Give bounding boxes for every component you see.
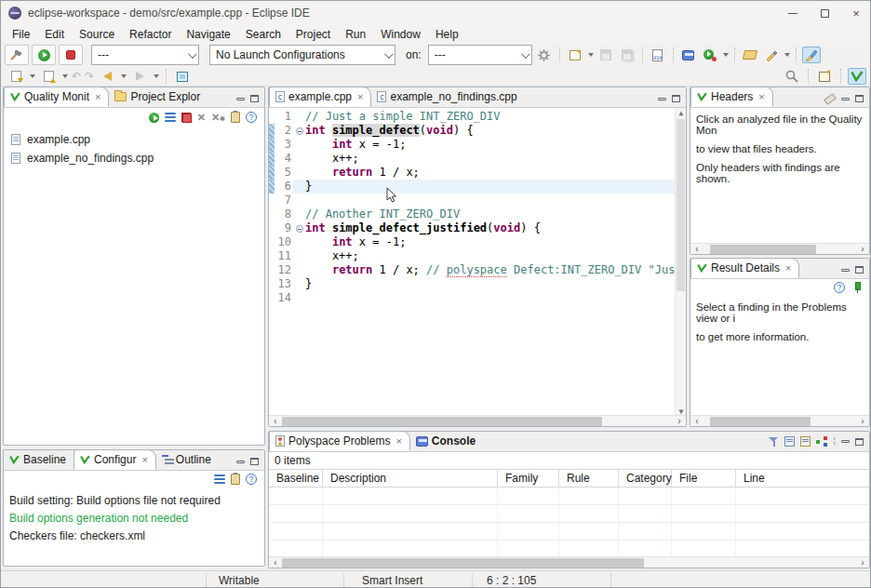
menu-help[interactable]: Help — [428, 26, 466, 43]
code-line[interactable]: 1// Just a simple INT_ZERO_DIV — [269, 110, 686, 124]
file-item[interactable]: example.cpp — [4, 130, 264, 149]
menu-window[interactable]: Window — [373, 26, 428, 43]
filter-icon[interactable] — [769, 436, 779, 447]
open-element-button[interactable] — [741, 47, 759, 63]
chevron-down-icon[interactable] — [723, 53, 729, 57]
chevron-down-icon[interactable] — [784, 53, 790, 57]
chevron-down-icon[interactable] — [121, 74, 127, 78]
launch-config-combo[interactable]: No Launch Configurations — [209, 45, 395, 65]
code-line[interactable]: 13} — [269, 277, 686, 291]
forward-button[interactable] — [130, 68, 149, 85]
tab-console[interactable]: Console — [410, 431, 483, 451]
maximize-panel-icon[interactable] — [250, 458, 259, 465]
minimize-panel-icon[interactable] — [236, 98, 245, 100]
tab-result-details[interactable]: Result Details × — [690, 258, 799, 278]
pin-icon[interactable] — [851, 282, 862, 293]
problems-scrollbar[interactable]: ‹ › — [269, 556, 869, 568]
close-icon[interactable]: × — [141, 454, 147, 465]
maximize-panel-icon[interactable] — [855, 266, 864, 274]
column-header-file[interactable]: File — [672, 470, 736, 487]
scroll-right-icon[interactable]: › — [673, 416, 686, 427]
close-button[interactable]: × — [840, 1, 871, 25]
maximize-panel-icon[interactable] — [250, 95, 259, 102]
tab-project-explorer[interactable]: Project Explor — [109, 87, 208, 107]
result-details-scrollbar[interactable]: ‹ › — [690, 415, 869, 426]
polyspace-perspective-button[interactable] — [848, 68, 866, 85]
tab-headers[interactable]: Headers × — [690, 87, 773, 107]
marker-button[interactable] — [762, 47, 781, 63]
file-item[interactable]: example_no_findings.cpp — [4, 149, 264, 167]
tab-example-cpp[interactable]: c example.cpp × — [269, 87, 371, 107]
column-header-baseline[interactable]: Baseline — [269, 470, 323, 487]
scroll-right-icon[interactable]: › — [856, 244, 869, 255]
export-icon[interactable] — [800, 436, 811, 447]
minimize-panel-icon[interactable] — [236, 461, 245, 463]
settings-clipboard-icon[interactable] — [231, 112, 240, 123]
editor-vertical-scrollbar[interactable]: ▲ ▼ — [675, 108, 686, 417]
code-line[interactable]: 10 int x = -1; — [269, 235, 686, 249]
code-line[interactable]: 12 return 1 / x; // polyspace Defect:INT… — [269, 263, 686, 277]
problems-body[interactable] — [269, 488, 869, 558]
menu-source[interactable]: Source — [72, 26, 122, 43]
next-edit-location-button[interactable] — [39, 68, 58, 85]
close-icon[interactable]: × — [95, 91, 100, 102]
code-editor[interactable]: 1// Just a simple INT_ZERO_DIV2int simpl… — [269, 108, 686, 417]
eraser-icon[interactable] — [824, 93, 837, 105]
scroll-right-icon[interactable]: › — [856, 557, 869, 568]
close-icon[interactable]: × — [758, 91, 764, 102]
back-button[interactable] — [98, 68, 116, 85]
scroll-left-icon[interactable]: ‹ — [269, 557, 282, 568]
column-header-line[interactable]: Line — [736, 470, 869, 487]
column-header-description[interactable]: Description — [323, 470, 498, 487]
code-line[interactable]: 2int simple_defect(void) { — [269, 124, 686, 138]
help-icon[interactable]: ? — [834, 282, 845, 293]
close-icon[interactable]: × — [357, 91, 363, 102]
build-log-button[interactable]: 010 — [649, 47, 667, 63]
group-by-icon[interactable] — [816, 436, 827, 447]
remove-results-icon[interactable] — [181, 113, 192, 123]
close-icon[interactable]: × — [395, 435, 401, 447]
save-all-button[interactable] — [618, 47, 636, 63]
minimize-panel-icon[interactable] — [658, 98, 666, 100]
menu-project[interactable]: Project — [288, 26, 338, 43]
clear-all-icon[interactable]: ✕✱ — [211, 113, 225, 123]
chevron-down-icon[interactable] — [62, 74, 68, 78]
target-combo[interactable]: --- — [428, 45, 532, 65]
scroll-up-icon[interactable]: ▲ — [676, 109, 686, 117]
maximize-button[interactable] — [809, 1, 840, 25]
column-header-family[interactable]: Family — [498, 470, 559, 487]
show-list-icon[interactable] — [165, 113, 176, 122]
sort-list-icon[interactable] — [214, 474, 225, 484]
code-line[interactable]: 9int simple_defect_justified(void) { — [269, 221, 686, 235]
minimize-button[interactable] — [777, 1, 809, 25]
menu-refactor[interactable]: Refactor — [122, 26, 179, 43]
tab-example-no-findings-cpp[interactable]: c example_no_findings.cpp — [371, 87, 524, 107]
build-config-combo[interactable]: --- — [91, 45, 199, 65]
run-config-button[interactable] — [701, 47, 719, 63]
copy-icon[interactable] — [784, 436, 795, 447]
minimize-panel-icon[interactable] — [841, 440, 850, 443]
tab-polyspace-problems[interactable]: Polyspace Problems × — [269, 431, 410, 451]
column-header-category[interactable]: Category — [619, 470, 672, 487]
menu-search[interactable]: Search — [238, 26, 288, 43]
code-line[interactable]: 8// Another INT_ZERO_DIV — [269, 207, 686, 221]
clear-icon[interactable]: ✕ — [197, 113, 206, 123]
menu-edit[interactable]: Edit — [37, 26, 72, 43]
save-button[interactable] — [596, 47, 615, 63]
scroll-right-icon[interactable]: › — [856, 416, 869, 427]
last-edit-location-button[interactable] — [7, 68, 25, 85]
back-history-icon[interactable]: ↶ — [72, 71, 81, 82]
chevron-down-icon[interactable] — [588, 53, 594, 57]
minimize-panel-icon[interactable] — [841, 98, 850, 100]
headers-scrollbar[interactable]: ‹ › — [690, 243, 869, 254]
column-header-rule[interactable]: Rule — [559, 470, 619, 487]
search-button[interactable] — [783, 68, 801, 85]
tab-outline[interactable]: Outline — [156, 449, 219, 470]
tab-configuration[interactable]: Configur × — [74, 449, 156, 470]
chevron-down-icon[interactable] — [154, 74, 159, 78]
menu-navigate[interactable]: Navigate — [179, 26, 237, 43]
help-icon[interactable]: ? — [246, 112, 257, 123]
build-button[interactable] — [5, 45, 29, 65]
code-line[interactable]: 5 return 1 / x; — [269, 166, 686, 180]
scroll-left-icon[interactable]: ‹ — [269, 416, 282, 427]
